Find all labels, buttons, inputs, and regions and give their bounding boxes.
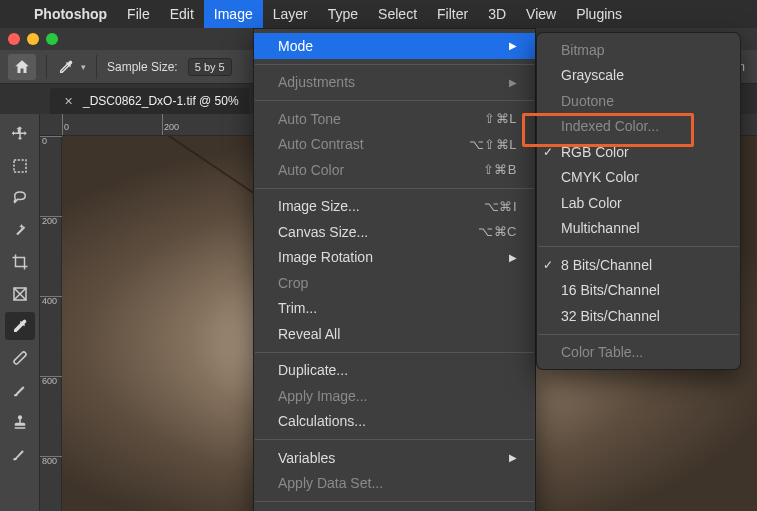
fullscreen-window-button[interactable] — [46, 33, 58, 45]
menu-item-image-size[interactable]: Image Size...⌥⌘I — [254, 194, 535, 220]
mode-item-rgb[interactable]: ✓RGB Color — [537, 139, 740, 165]
mode-submenu: Bitmap Grayscale Duotone Indexed Color..… — [536, 32, 741, 370]
menubar-item-image[interactable]: Image — [204, 0, 263, 28]
eyedropper-icon — [11, 317, 29, 335]
menu-item-crop[interactable]: Crop — [254, 270, 535, 296]
menu-item-canvas-size[interactable]: Canvas Size...⌥⌘C — [254, 219, 535, 245]
mode-item-grayscale[interactable]: Grayscale — [537, 63, 740, 89]
divider — [96, 55, 97, 79]
menu-shortcut: ⌥⌘C — [478, 224, 517, 239]
mode-item-cmyk[interactable]: CMYK Color — [537, 165, 740, 191]
submenu-arrow-icon: ▶ — [509, 252, 517, 263]
ruler-tick-label: 800 — [42, 456, 57, 466]
menu-separator — [255, 439, 534, 440]
minimize-window-button[interactable] — [27, 33, 39, 45]
menubar-item-3d[interactable]: 3D — [478, 0, 516, 28]
tool-preset-picker[interactable]: ▾ — [57, 58, 86, 76]
marquee-icon — [11, 157, 29, 175]
menu-item-apply-image[interactable]: Apply Image... — [254, 383, 535, 409]
frame-tool[interactable] — [5, 280, 35, 308]
close-window-button[interactable] — [8, 33, 20, 45]
menu-item-image-rotation[interactable]: Image Rotation▶ — [254, 245, 535, 271]
menu-item-label: Lab Color — [561, 195, 622, 211]
frame-icon — [11, 285, 29, 303]
menubar-app-name[interactable]: Photoshop — [24, 0, 117, 28]
menu-item-variables[interactable]: Variables▶ — [254, 445, 535, 471]
ruler-tick-label: 400 — [42, 296, 57, 306]
home-button[interactable] — [8, 54, 36, 80]
svg-rect-0 — [14, 160, 26, 172]
move-tool[interactable] — [5, 120, 35, 148]
mode-item-bitmap[interactable]: Bitmap — [537, 37, 740, 63]
menu-item-trap[interactable]: Trap... — [254, 507, 535, 511]
healing-brush-tool[interactable] — [5, 344, 35, 372]
menu-item-auto-tone[interactable]: Auto Tone⇧⌘L — [254, 106, 535, 132]
mode-item-16bit[interactable]: 16 Bits/Channel — [537, 278, 740, 304]
tools-panel — [0, 114, 40, 511]
mode-item-lab[interactable]: Lab Color — [537, 190, 740, 216]
chevron-down-icon: ▾ — [81, 62, 86, 72]
image-menu-dropdown: Mode▶ Adjustments▶ Auto Tone⇧⌘L Auto Con… — [253, 28, 536, 511]
eyedropper-tool[interactable] — [5, 312, 35, 340]
submenu-arrow-icon: ▶ — [509, 40, 517, 51]
wand-icon — [11, 221, 29, 239]
menu-item-label: Trim... — [278, 300, 317, 316]
close-tab-icon[interactable]: ✕ — [64, 95, 73, 108]
menubar-item-plugins[interactable]: Plugins — [566, 0, 632, 28]
brush-tool[interactable] — [5, 376, 35, 404]
mode-item-duotone[interactable]: Duotone — [537, 88, 740, 114]
menu-separator — [538, 334, 739, 335]
menubar-item-select[interactable]: Select — [368, 0, 427, 28]
menu-item-label: Variables — [278, 450, 335, 466]
magic-wand-tool[interactable] — [5, 216, 35, 244]
mode-item-8bit[interactable]: ✓8 Bits/Channel — [537, 252, 740, 278]
menu-item-label: Crop — [278, 275, 308, 291]
menu-item-mode[interactable]: Mode▶ — [254, 33, 535, 59]
menubar-item-layer[interactable]: Layer — [263, 0, 318, 28]
menu-item-label: Mode — [278, 38, 313, 54]
menu-item-label: Apply Data Set... — [278, 475, 383, 491]
menubar-item-view[interactable]: View — [516, 0, 566, 28]
move-icon — [11, 125, 29, 143]
mode-item-32bit[interactable]: 32 Bits/Channel — [537, 303, 740, 329]
document-tab-title: _DSC0862_DxO-1.tif @ 50% — [83, 94, 239, 108]
history-brush-tool[interactable] — [5, 440, 35, 468]
menu-item-auto-contrast[interactable]: Auto Contrast⌥⇧⌘L — [254, 132, 535, 158]
marquee-tool[interactable] — [5, 152, 35, 180]
menu-item-adjustments[interactable]: Adjustments▶ — [254, 70, 535, 96]
menu-item-reveal-all[interactable]: Reveal All — [254, 321, 535, 347]
menu-item-calculations[interactable]: Calculations... — [254, 409, 535, 435]
document-tab[interactable]: ✕ _DSC0862_DxO-1.tif @ 50% — [50, 88, 249, 114]
ruler-tick-label: 200 — [164, 122, 179, 132]
menubar-item-edit[interactable]: Edit — [160, 0, 204, 28]
traffic-lights — [8, 33, 58, 45]
menu-item-label: Bitmap — [561, 42, 605, 58]
mode-item-multichannel[interactable]: Multichannel — [537, 216, 740, 242]
menu-item-duplicate[interactable]: Duplicate... — [254, 358, 535, 384]
menu-item-label: 8 Bits/Channel — [561, 257, 652, 273]
menu-item-label: Apply Image... — [278, 388, 368, 404]
menu-item-auto-color[interactable]: Auto Color⇧⌘B — [254, 157, 535, 183]
ruler-vertical[interactable]: 0 200 400 600 800 — [40, 136, 62, 511]
menu-separator — [538, 246, 739, 247]
menu-item-apply-data-set[interactable]: Apply Data Set... — [254, 471, 535, 497]
mode-item-color-table[interactable]: Color Table... — [537, 340, 740, 366]
svg-rect-2 — [13, 351, 27, 365]
menubar-item-type[interactable]: Type — [318, 0, 368, 28]
menubar-item-filter[interactable]: Filter — [427, 0, 478, 28]
crop-tool[interactable] — [5, 248, 35, 276]
ruler-tick-label: 0 — [64, 122, 69, 132]
menu-item-label: Grayscale — [561, 67, 624, 83]
clone-stamp-tool[interactable] — [5, 408, 35, 436]
menu-item-label: Auto Tone — [278, 111, 341, 127]
menu-shortcut: ⇧⌘B — [483, 162, 517, 177]
menu-item-label: CMYK Color — [561, 169, 639, 185]
menubar-item-file[interactable]: File — [117, 0, 160, 28]
menu-item-label: Image Rotation — [278, 249, 373, 265]
mode-item-indexed[interactable]: Indexed Color... — [537, 114, 740, 140]
sample-size-dropdown[interactable]: 5 by 5 — [188, 58, 232, 76]
lasso-tool[interactable] — [5, 184, 35, 212]
menu-item-trim[interactable]: Trim... — [254, 296, 535, 322]
menu-separator — [255, 501, 534, 502]
submenu-arrow-icon: ▶ — [509, 77, 517, 88]
